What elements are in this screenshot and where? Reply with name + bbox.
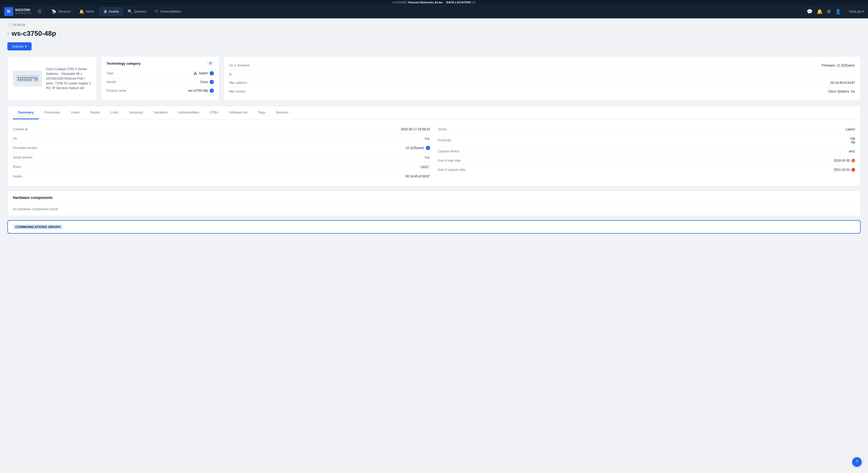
nodes-label: Nodes: [13, 174, 22, 178]
sensors-icon: 📡: [52, 9, 57, 14]
mac-address-label: Mac address: [229, 81, 247, 85]
os-firmware-row: Os or firmware Firmware: 12.2(25)see1: [229, 61, 855, 70]
communications-graph-card: COMMUNICATIONS GRAPH: [7, 220, 861, 234]
product-label: Product name: [106, 89, 126, 93]
firmware-version-label: Firmware version: [13, 146, 37, 150]
back-button[interactable]: ‹: [7, 31, 9, 36]
nav-item-vulnerabilities[interactable]: 🛡 Vulnerabilities: [151, 8, 185, 15]
top-banner: LICENSEE Nozomi Networks Acme DATA LOCAT…: [0, 0, 868, 5]
serial-number-value: n.a.: [425, 156, 430, 159]
data-location-value: US: [471, 1, 475, 4]
logo-text: NOZOMI NETWORKS: [15, 8, 32, 14]
end-of-sale-row: End of sale date 2016-10-30: [438, 156, 855, 165]
nav-item-vulnerabilities-label: Vulnerabilities: [160, 9, 181, 13]
tech-card-header: Technology category IT: [106, 61, 214, 65]
brand-name: NOZOMI: [15, 8, 32, 12]
tab-tags[interactable]: Tags: [253, 106, 270, 119]
user-name: KiwiLab: [849, 9, 861, 13]
device-description: Cisco Catalyst 3750-X Series Switches · …: [46, 67, 91, 91]
firmware-version-row: Firmware version 12.2(25)see1 i: [13, 143, 430, 153]
notifications-icon[interactable]: 🔔: [817, 9, 823, 14]
device-card: Cisco Catalyst 3750-X Series Switches · …: [7, 56, 97, 101]
tab-processes[interactable]: Processes: [39, 106, 65, 119]
switch-icon: 🖧: [194, 71, 197, 75]
tab-software-list[interactable]: Software list: [224, 106, 253, 119]
protocols-value: cdp stp: [850, 137, 855, 144]
svg-rect-3: [20, 77, 21, 78]
type-label: Type: [106, 71, 113, 75]
licensee-name: Nozomi Networks Acme: [408, 1, 443, 4]
capture-device-value: em1: [849, 149, 855, 153]
clock-icon: 🕐: [7, 23, 11, 27]
tab-cpes[interactable]: CPEs: [205, 106, 224, 119]
protocols-label: Protocols: [438, 138, 451, 142]
end-of-sale-warning-icon: [851, 159, 855, 162]
roles-label: Roles: [13, 165, 21, 169]
type-info-icon[interactable]: i: [210, 71, 214, 75]
nodes-value: 00:1d:45:ef:2d:87: [406, 174, 430, 178]
assets-icon: 🖥: [103, 9, 107, 14]
actions-button[interactable]: Actions ▾: [7, 42, 32, 50]
nav-item-sensors[interactable]: 📡 Sensors: [48, 8, 74, 15]
svg-rect-12: [22, 79, 23, 81]
svg-rect-10: [18, 79, 19, 81]
svg-rect-14: [26, 79, 28, 81]
tab-links[interactable]: Links: [105, 106, 124, 119]
end-of-support-label: End of support date: [438, 168, 466, 172]
alerts-icon: 🔔: [79, 9, 84, 14]
serial-number-row: Serial number n.a.: [13, 153, 430, 162]
mac-vendor-value: Cisco Systems, Inc: [828, 90, 855, 93]
tab-summary[interactable]: Summary: [13, 106, 39, 119]
nav-items: 📡 Sensors 🔔 Alerts 🖥 Assets 🔍 Queries 🛡 …: [48, 7, 807, 15]
summary-right: Zones Layer2 Protocols cdp stp Capture d…: [438, 125, 855, 181]
communications-graph-title: COMMUNICATIONS GRAPH: [13, 225, 63, 229]
hamburger-button[interactable]: ☰: [37, 9, 41, 14]
type-value: 🖧 Switch i: [194, 71, 214, 75]
tab-users[interactable]: Users: [65, 106, 85, 119]
zones-value: Layer2: [845, 128, 855, 131]
os-firmware-value: Firmware: 12.2(25)see1: [822, 64, 855, 67]
svg-rect-11: [20, 79, 21, 81]
end-of-sale-value: 2016-10-30: [834, 159, 855, 162]
nav-item-alerts-label: Alerts: [86, 9, 94, 13]
data-location-label: DATA LOCATION: [446, 1, 471, 4]
svg-rect-17: [34, 77, 38, 81]
navbar: N NOZOMI NETWORKS ☰ 📡 Sensors 🔔 Alerts 🖥…: [0, 5, 868, 19]
svg-rect-8: [30, 77, 32, 78]
nav-item-queries[interactable]: 🔍 Queries: [124, 8, 150, 15]
brand-sub: NETWORKS: [15, 12, 32, 15]
product-info-icon[interactable]: i: [210, 89, 214, 93]
svg-rect-13: [24, 79, 26, 81]
tab-sessions[interactable]: Sessions: [124, 106, 148, 119]
product-field: Product name ws-c3750-48p i: [106, 87, 214, 95]
tab-sensors[interactable]: Sensors: [271, 106, 294, 119]
mac-vendor-row: Mac vendor Cisco Systems, Inc: [229, 87, 855, 96]
vendor-info-icon[interactable]: i: [210, 80, 214, 84]
svg-rect-7: [28, 77, 30, 78]
summary-left: Created at 2023-05-17 23:56:23 Os n.a. F…: [13, 125, 430, 181]
created-at-row: Created at 2023-05-17 23:56:23: [13, 125, 430, 134]
firmware-info-icon[interactable]: i: [426, 146, 430, 150]
nav-item-assets[interactable]: 🖥 Assets: [99, 7, 123, 15]
tab-nodes[interactable]: Nodes: [85, 106, 105, 119]
tech-card: Technology category IT Type 🖧 Switch i V…: [101, 56, 219, 101]
settings-icon[interactable]: ⚙: [827, 9, 831, 14]
end-of-support-row: End of support date 2021-10-31: [438, 165, 855, 174]
feedback-icon[interactable]: 💬: [807, 9, 812, 14]
mac-vendor-label: Mac vendor: [229, 90, 246, 93]
tabs-bar: Summary Processes Users Nodes Links Sess…: [7, 106, 861, 120]
os-row: Os n.a.: [13, 134, 430, 143]
time-value: 06:46:09: [13, 23, 25, 27]
user-menu[interactable]: KiwiLab ▾: [845, 9, 864, 13]
protocols-row: Protocols cdp stp: [438, 134, 855, 147]
hardware-components-title: Hardware components: [13, 196, 855, 200]
tab-vulnerabilities[interactable]: Vulnerabilities: [173, 106, 205, 119]
user-icon[interactable]: 👤: [835, 9, 841, 14]
sys-card: Os or firmware Firmware: 12.2(25)see1 Ip…: [224, 56, 861, 101]
device-image: [13, 71, 42, 87]
tab-variables[interactable]: Variables: [148, 106, 173, 119]
svg-rect-16: [30, 79, 32, 81]
hardware-empty-message: No hardware components found: [13, 207, 855, 211]
nav-item-alerts[interactable]: 🔔 Alerts: [75, 8, 98, 15]
logo[interactable]: N NOZOMI NETWORKS: [4, 7, 32, 16]
